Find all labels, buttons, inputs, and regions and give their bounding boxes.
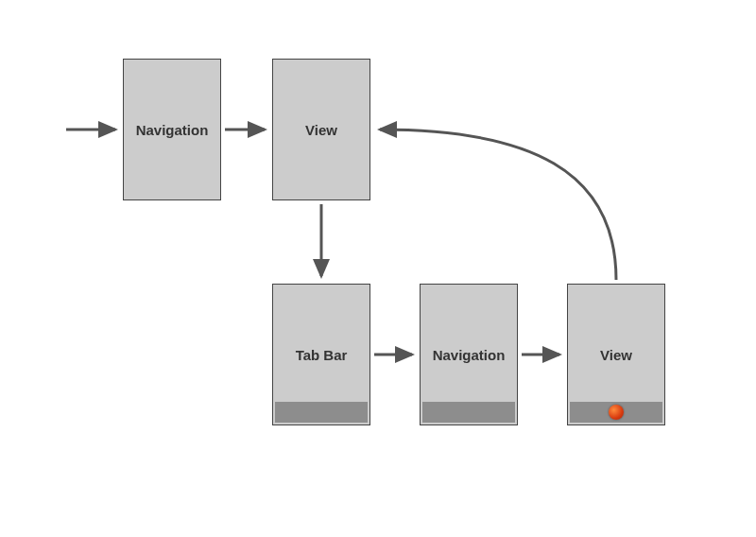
arrows-layer [0, 0, 756, 537]
active-tab-indicator-icon [609, 405, 624, 420]
node-label: Tab Bar [296, 347, 348, 363]
node-label: View [600, 347, 632, 363]
node-navigation-1: Navigation [123, 59, 221, 200]
tab-bar-footer [275, 402, 368, 423]
node-view-2: View [567, 284, 665, 425]
node-label: Navigation [136, 122, 209, 138]
node-tab-bar: Tab Bar [272, 284, 370, 425]
node-view-1: View [272, 59, 370, 200]
tab-bar-footer [422, 402, 515, 423]
node-label: View [305, 122, 337, 138]
node-label: Navigation [433, 347, 506, 363]
tab-bar-footer [570, 402, 662, 423]
node-navigation-2: Navigation [420, 284, 518, 425]
arrow-view2-to-view1 [380, 130, 616, 280]
